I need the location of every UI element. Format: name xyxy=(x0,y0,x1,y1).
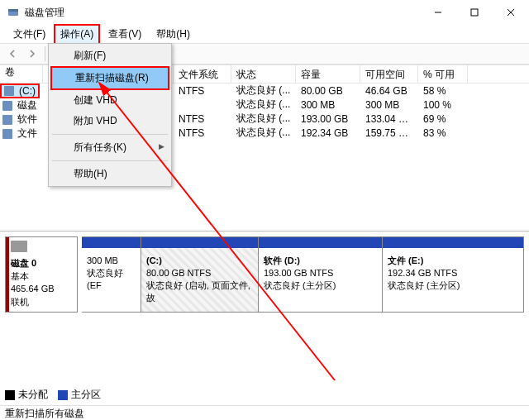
menu-rescan-disks[interactable]: 重新扫描磁盘(R) xyxy=(50,66,169,90)
col-filesystem[interactable]: 文件系统 xyxy=(174,65,231,83)
disk-state: 联机 xyxy=(11,297,29,307)
part-status: 状态良好 (主分区) xyxy=(264,279,377,292)
cell-capacity: 300 MB xyxy=(296,98,360,112)
app-icon xyxy=(7,6,20,19)
svg-rect-3 xyxy=(471,9,478,16)
col-capacity[interactable]: 容量 xyxy=(296,65,360,83)
svg-rect-1 xyxy=(8,9,18,12)
menu-view[interactable]: 查看(V) xyxy=(102,24,148,45)
window-title: 磁盘管理 xyxy=(25,6,64,20)
menu-help[interactable]: 帮助(H) xyxy=(150,24,197,45)
menu-help-item[interactable]: 帮助(H) xyxy=(50,164,169,184)
cell-pct: 69 % xyxy=(418,112,468,126)
cell-pct: 58 % xyxy=(418,84,468,98)
partition-stripe xyxy=(259,237,382,248)
back-icon[interactable] xyxy=(3,45,21,63)
cell-free: 133.04 … xyxy=(360,112,418,126)
cell-fs: NTFS xyxy=(174,126,231,140)
menu-separator xyxy=(52,160,168,161)
part-size: 300 MB xyxy=(87,255,136,267)
status-text: 重新扫描所有磁盘 xyxy=(5,408,84,419)
part-title: 软件 (D:) xyxy=(264,255,300,265)
cell-free: 159.75 … xyxy=(360,126,418,140)
tree-volume-c[interactable]: (C:) xyxy=(0,84,40,98)
col-free[interactable]: 可用空间 xyxy=(360,65,418,83)
cell-capacity: 192.34 GB xyxy=(296,126,360,140)
menu-attach-vhd[interactable]: 附加 VHD xyxy=(50,111,169,131)
volume-icon xyxy=(2,115,12,125)
menu-create-vhd[interactable]: 创建 VHD xyxy=(50,90,169,111)
partition-container: 300 MB 状态良好 (EF (C:) 80.00 GB NTFS 状态良好 … xyxy=(82,236,524,313)
partition[interactable]: (C:) 80.00 GB NTFS 状态良好 (启动, 页面文件, 故 xyxy=(141,237,259,312)
partition-stripe xyxy=(383,237,523,248)
col-pct[interactable]: % 可用 xyxy=(418,65,468,83)
disk-name: 磁盘 0 xyxy=(11,258,36,268)
table-row[interactable]: NTFS 状态良好 (... 80.00 GB 46.64 GB 58 % xyxy=(174,84,529,98)
menu-file[interactable]: 文件(F) xyxy=(7,24,52,45)
table-row[interactable]: NTFS 状态良好 (... 192.34 GB 159.75 … 83 % xyxy=(174,126,529,140)
col-volume[interactable]: 卷 xyxy=(0,65,43,83)
legend-primary: 主分区 xyxy=(58,388,101,402)
volume-icon xyxy=(4,86,14,96)
legend: 未分配 主分区 xyxy=(5,388,101,402)
col-status[interactable]: 状态 xyxy=(231,65,296,83)
tree-label: 软件 xyxy=(17,112,37,126)
disk-size: 465.64 GB xyxy=(11,284,55,294)
title-bar: 磁盘管理 xyxy=(0,0,529,25)
part-size: 192.34 GB NTFS xyxy=(388,267,518,279)
legend-unallocated: 未分配 xyxy=(5,388,48,402)
disk-row: 磁盘 0 基本 465.64 GB 联机 300 MB 状态良好 (EF xyxy=(5,236,524,313)
menu-refresh[interactable]: 刷新(F) xyxy=(50,45,169,66)
tree-label: 文件 xyxy=(17,126,37,141)
minimize-button[interactable] xyxy=(420,0,456,25)
table-row[interactable]: 状态良好 (... 300 MB 300 MB 100 % xyxy=(174,98,529,112)
action-menu: 刷新(F) 重新扫描磁盘(R) 创建 VHD 附加 VHD 所有任务(K) 帮助… xyxy=(48,43,172,187)
part-size: 80.00 GB NTFS xyxy=(146,267,253,279)
toolbar-separator xyxy=(45,46,45,61)
forward-icon[interactable] xyxy=(23,45,41,63)
cell-fs: NTFS xyxy=(174,112,231,126)
close-button[interactable] xyxy=(493,0,529,25)
disk-header[interactable]: 磁盘 0 基本 465.64 GB 联机 xyxy=(5,236,78,313)
cell-pct: 83 % xyxy=(418,126,468,140)
part-title: 文件 (E:) xyxy=(388,255,423,265)
cell-free: 46.64 GB xyxy=(360,84,418,98)
legend-swatch-blue xyxy=(58,390,68,400)
partition-stripe xyxy=(141,237,258,248)
volume-icon xyxy=(2,129,12,139)
cell-fs xyxy=(174,104,231,106)
partition[interactable]: 软件 (D:) 193.00 GB NTFS 状态良好 (主分区) xyxy=(259,237,383,312)
tree-volume-soft[interactable]: 软件 xyxy=(0,112,40,126)
partition-stripe xyxy=(82,237,141,248)
table-row[interactable]: NTFS 状态良好 (... 193.00 GB 133.04 … 69 % xyxy=(174,112,529,126)
part-size: 193.00 GB NTFS xyxy=(264,267,377,279)
part-status: 状态良好 (启动, 页面文件, 故 xyxy=(146,279,253,304)
tree-label: (C:) xyxy=(19,85,36,97)
cell-pct: 100 % xyxy=(418,98,468,112)
tree-label: 磁盘 xyxy=(17,98,37,112)
menu-bar: 文件(F) 操作(A) 查看(V) 帮助(H) xyxy=(0,25,529,43)
cell-free: 300 MB xyxy=(360,98,418,112)
maximize-button[interactable] xyxy=(456,0,493,25)
menu-all-tasks[interactable]: 所有任务(K) xyxy=(50,137,169,158)
cell-status: 状态良好 (... xyxy=(231,125,296,141)
menu-action[interactable]: 操作(A) xyxy=(54,24,100,45)
cell-capacity: 193.00 GB xyxy=(296,112,360,126)
tree-volume-file[interactable]: 文件 xyxy=(0,126,40,141)
cell-fs: NTFS xyxy=(174,84,231,98)
disk-icon xyxy=(11,241,27,252)
legend-swatch-black xyxy=(5,390,15,400)
partition[interactable]: 文件 (E:) 192.34 GB NTFS 状态良好 (主分区) xyxy=(383,237,523,312)
disk-map: 磁盘 0 基本 465.64 GB 联机 300 MB 状态良好 (EF xyxy=(0,231,529,405)
part-title: (C:) xyxy=(146,255,162,265)
part-status: 状态良好 (主分区) xyxy=(388,279,518,292)
status-bar: 重新扫描所有磁盘 xyxy=(0,405,529,420)
tree-volume-disk[interactable]: 磁盘 xyxy=(0,98,40,112)
volume-icon xyxy=(2,101,12,111)
part-status: 状态良好 (EF xyxy=(87,267,136,292)
cell-capacity: 80.00 GB xyxy=(296,84,360,98)
menu-separator xyxy=(52,134,168,135)
disk-stripe xyxy=(6,237,9,312)
partition[interactable]: 300 MB 状态良好 (EF xyxy=(82,237,141,312)
disk-type: 基本 xyxy=(11,271,29,281)
